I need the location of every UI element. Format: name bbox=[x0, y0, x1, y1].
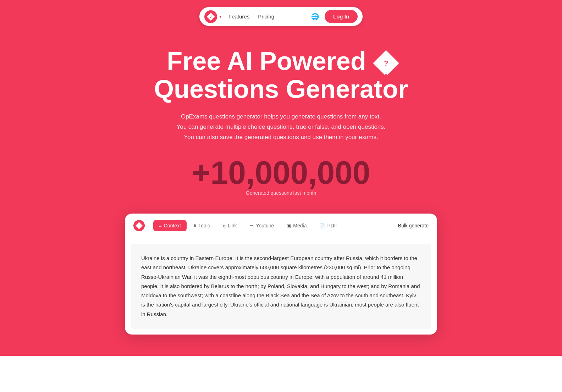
tab-link[interactable]: ⌀ Link bbox=[217, 220, 243, 231]
counter-number: +10,000,000 bbox=[154, 157, 408, 189]
navbar: ? ▾ Features Pricing 🌐 Log In bbox=[199, 7, 363, 26]
hero-content: Free AI Powered ? Questions Generator Op… bbox=[147, 47, 415, 196]
hero-title-line2: Questions Generator bbox=[154, 75, 408, 103]
tab-context-label: Context bbox=[164, 223, 181, 228]
context-icon: ≡ bbox=[159, 223, 162, 228]
bottom-area bbox=[0, 356, 562, 392]
bulk-generate-button[interactable]: Bulk generate bbox=[398, 223, 429, 228]
card-body: Ukraine is a country in Eastern Europe. … bbox=[131, 244, 431, 329]
card-logo bbox=[133, 220, 145, 231]
counter-label: Generated questions last month bbox=[154, 190, 408, 196]
tab-link-label: Link bbox=[228, 223, 237, 228]
navbar-links: Features Pricing bbox=[228, 13, 304, 20]
hero-diamond-icon: ? bbox=[384, 59, 388, 67]
youtube-icon: ▭ bbox=[249, 223, 254, 228]
tab-topic-label: Topic bbox=[198, 223, 210, 228]
hero-title: Free AI Powered ? Questions Generator bbox=[154, 47, 408, 103]
login-button[interactable]: Log In bbox=[325, 10, 358, 23]
navbar-right: 🌐 Log In bbox=[311, 10, 358, 23]
tab-pdf[interactable]: 📄 PDF bbox=[314, 220, 343, 231]
hero-title-line1: Free AI Powered bbox=[167, 47, 366, 75]
context-text: Ukraine is a country in Eastern Europe. … bbox=[141, 254, 421, 319]
hero-section: ? ▾ Features Pricing 🌐 Log In Free AI Po… bbox=[0, 0, 562, 356]
media-icon: ▣ bbox=[287, 223, 291, 228]
language-icon[interactable]: 🌐 bbox=[311, 13, 319, 21]
card-tabs: ≡ Context # Topic ⌀ Link ▭ Youtube ▣ M bbox=[153, 220, 429, 231]
tab-youtube-label: Youtube bbox=[256, 223, 274, 228]
link-icon: ⌀ bbox=[223, 223, 226, 228]
pdf-icon: 📄 bbox=[319, 223, 325, 228]
card-header: ≡ Context # Topic ⌀ Link ▭ Youtube ▣ M bbox=[125, 214, 437, 238]
navbar-logo-wrapper[interactable]: ? ▾ bbox=[204, 10, 221, 23]
tab-topic[interactable]: # Topic bbox=[188, 220, 216, 231]
tab-youtube[interactable]: ▭ Youtube bbox=[244, 220, 280, 231]
hero-subtitle-line1: OpExams questions generator helps you ge… bbox=[181, 113, 381, 120]
hero-counter: +10,000,000 Generated questions last mon… bbox=[154, 157, 408, 196]
topic-icon: # bbox=[194, 223, 196, 228]
nav-pricing-link[interactable]: Pricing bbox=[258, 13, 274, 20]
hero-subtitle: OpExams questions generator helps you ge… bbox=[175, 112, 387, 143]
hero-subtitle-line3: You can also save the generated question… bbox=[184, 134, 378, 140]
tab-media[interactable]: ▣ Media bbox=[281, 220, 312, 231]
navbar-dropdown-chevron[interactable]: ▾ bbox=[219, 14, 221, 19]
nav-features-link[interactable]: Features bbox=[228, 13, 249, 20]
hero-subtitle-line2: You can generate multiple choice questio… bbox=[176, 123, 385, 130]
tab-context[interactable]: ≡ Context bbox=[153, 220, 187, 231]
tab-media-label: Media bbox=[293, 223, 307, 228]
tab-pdf-label: PDF bbox=[327, 223, 337, 228]
navbar-logo: ? bbox=[204, 10, 217, 23]
generator-card: ≡ Context # Topic ⌀ Link ▭ Youtube ▣ M bbox=[125, 214, 437, 335]
